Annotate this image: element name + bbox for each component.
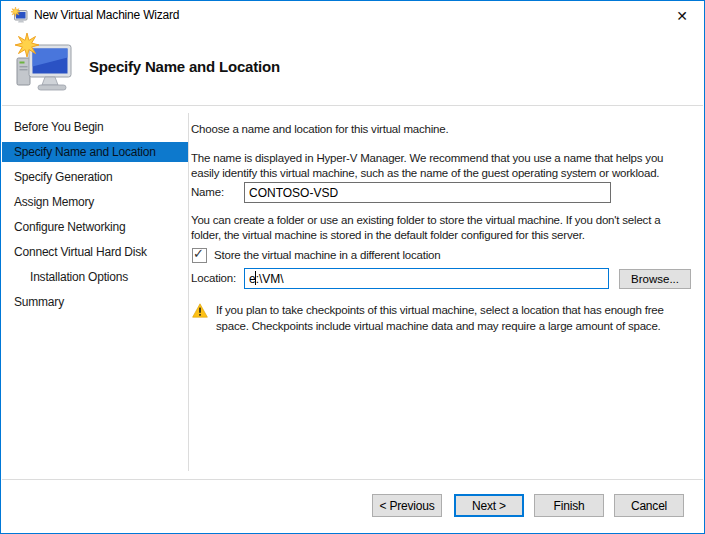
warning-text: If you plan to take checkpoints of this … [216, 302, 688, 334]
close-icon: ✕ [676, 8, 688, 24]
intro-text: Choose a name and location for this virt… [191, 122, 687, 137]
check-icon: ✓ [193, 246, 204, 261]
footer: < Previous Next > Finish Cancel [2, 480, 703, 532]
sidebar-divider [188, 113, 189, 471]
store-location-checkbox[interactable]: ✓ [192, 248, 207, 263]
next-button[interactable]: Next > [454, 494, 524, 517]
store-location-row: ✓ Store the virtual machine in a differe… [192, 247, 441, 263]
name-input[interactable] [244, 182, 611, 203]
titlebar: New Virtual Machine Wizard ✕ [2, 2, 703, 29]
sidebar-item-configure-networking[interactable]: Configure Networking [2, 217, 188, 237]
cancel-button[interactable]: Cancel [614, 494, 684, 517]
wizard-header: Specify Name and Location [2, 29, 703, 106]
wizard-window: New Virtual Machine Wizard ✕ Specify Nam… [0, 0, 705, 534]
name-label: Name: [191, 182, 224, 203]
name-help-text: The name is displayed in Hyper-V Manager… [191, 151, 687, 181]
wizard-steps-nav: Before You Begin Specify Name and Locati… [2, 106, 188, 479]
sidebar-item-before-you-begin[interactable]: Before You Begin [2, 117, 188, 137]
sidebar-item-connect-virtual-hard-disk[interactable]: Connect Virtual Hard Disk [2, 242, 188, 262]
location-input[interactable] [244, 268, 609, 289]
sidebar-item-specify-name-and-location[interactable]: Specify Name and Location [2, 142, 188, 162]
location-field-wrap [244, 268, 609, 289]
vm-wizard-icon [11, 7, 28, 24]
warning-triangle-icon [192, 303, 208, 318]
store-location-label[interactable]: Store the virtual machine in a different… [214, 249, 441, 261]
location-label: Location: [191, 268, 236, 289]
wizard-step-title: Specify Name and Location [89, 58, 280, 75]
checkpoint-warning: If you plan to take checkpoints of this … [192, 302, 692, 334]
browse-button[interactable]: Browse... [619, 269, 691, 289]
folder-help-text: You can create a folder or use an existi… [191, 213, 687, 243]
sidebar-item-specify-generation[interactable]: Specify Generation [2, 167, 188, 187]
finish-button[interactable]: Finish [534, 494, 604, 517]
window-title: New Virtual Machine Wizard [34, 2, 179, 29]
close-button[interactable]: ✕ [670, 5, 694, 27]
previous-button[interactable]: < Previous [372, 494, 442, 517]
wizard-page-content: Choose a name and location for this virt… [191, 106, 696, 479]
text-caret [255, 271, 256, 285]
new-vm-icon [11, 33, 77, 97]
sidebar-item-summary[interactable]: Summary [2, 292, 188, 312]
sidebar-item-assign-memory[interactable]: Assign Memory [2, 192, 188, 212]
sidebar-item-installation-options[interactable]: Installation Options [2, 267, 188, 287]
